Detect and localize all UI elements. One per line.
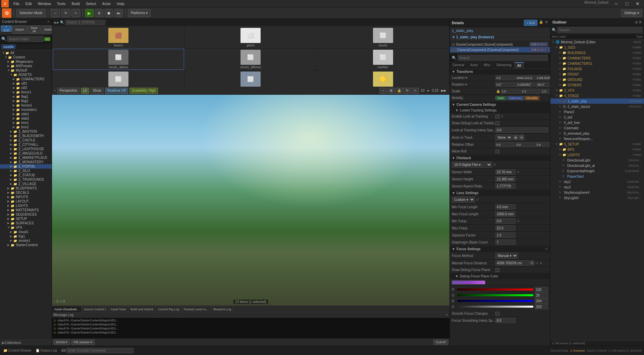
sensor-width-input[interactable]: [495, 169, 516, 175]
msg-log-close[interactable]: ✕: [445, 313, 448, 317]
outliner-item-characters1[interactable]: 👁📁CHARACTERS1Folder: [550, 61, 644, 66]
content-drawer-tab-btn[interactable]: 📁 Content Drawer: [2, 348, 33, 353]
folder-tree-item-slab1[interactable]: ▶📁slab1: [0, 112, 52, 116]
folder-tree-item-flag2[interactable]: ▶📁flag2: [0, 99, 52, 103]
bottom-tab-2[interactable]: Asset Tools: [108, 306, 128, 312]
outliner-item-buildings[interactable]: 👁📁BUILDINGSFolder: [550, 50, 644, 55]
folder-tree-item-tree2[interactable]: ▶📁tree2: [0, 125, 52, 129]
pick-focus-btn[interactable]: ✏: [530, 261, 534, 265]
cb-close-btn[interactable]: ✕: [47, 20, 50, 24]
outliner-item-sky2[interactable]: 👁sky2StaticMe...: [550, 179, 644, 184]
outliner-item-directionallight_al[interactable]: 👁DirectionalLight_alDirectio...: [550, 163, 644, 168]
filmback-header[interactable]: ▼ Filmback: [450, 155, 550, 161]
collections-bar[interactable]: ▶ Collections: [0, 340, 52, 346]
cb-import-btn[interactable]: Import: [12, 26, 27, 34]
mobility-stationary-badge[interactable]: Stationary: [507, 96, 524, 100]
outliner-item-directionallight[interactable]: 👁DirectionalLightDirectio...: [550, 158, 644, 163]
actor-to-track-select[interactable]: None: [495, 134, 512, 140]
skip-btn[interactable]: ⏭: [114, 9, 123, 17]
lookat-reset-btn[interactable]: ↺: [500, 115, 503, 118]
perspective-btn[interactable]: Perspective: [57, 88, 79, 94]
a-input[interactable]: [535, 304, 548, 309]
comp-camera-edit-btn[interactable]: Edit in C++: [530, 48, 548, 52]
folder-tree-item-mspresets[interactable]: ▶📁MSPresets: [0, 64, 52, 68]
folder-tree-item-z_cityhall[interactable]: ▶📁Z_CITYHALL: [0, 142, 52, 147]
mobility-movable-badge[interactable]: Movable: [525, 96, 539, 100]
folder-tree-item-smoke1[interactable]: ▶📁smoke1: [0, 238, 52, 243]
thumbnail-marble1[interactable]: ⬜marble1: [317, 49, 449, 70]
folder-tree-item-z_blacksmith[interactable]: ▶📁Z_BLACKSMITH: [0, 134, 52, 138]
min-focal-input[interactable]: [495, 204, 516, 210]
g-input[interactable]: [535, 293, 548, 298]
r-input[interactable]: [535, 287, 548, 292]
platforms-btn[interactable]: Platforms ▾: [128, 9, 151, 17]
details-lock-btn[interactable]: 🔒: [538, 20, 544, 26]
details-search-input[interactable]: [458, 55, 548, 61]
folder-tree-item-flag1[interactable]: ▶📁flag1: [0, 94, 52, 99]
cb-add-btn[interactable]: + Add: [1, 26, 12, 32]
diaphragm-input[interactable]: [495, 239, 516, 245]
menu-build[interactable]: Build: [69, 1, 83, 6]
squeeze-input[interactable]: [495, 232, 516, 238]
menu-window[interactable]: Window: [35, 1, 54, 6]
bottom-tab-5[interactable]: Packed Level Ac...: [181, 306, 211, 312]
folder-tree-item-megascans[interactable]: ▶📁Megascans: [0, 59, 52, 64]
folder-tree-item-characters[interactable]: ▶📁CHARACTERS: [0, 77, 52, 81]
folder-tree-item-fog1[interactable]: ▶📁fog1: [0, 234, 52, 238]
rot-snap-btn[interactable]: ↻: [404, 88, 411, 94]
outliner-item-cinematic[interactable]: 👁Cinematic: [550, 125, 644, 131]
folder-tree-item-mystuff[interactable]: ▼📁MyStuff: [0, 68, 52, 73]
outliner-item-minimal_default-(editor[interactable]: 👁🌐Minimal_Default (EditorWorld: [550, 39, 644, 45]
min-fstop-reset[interactable]: ↺: [516, 219, 520, 223]
realtime-btn[interactable]: Realtime Off: [105, 88, 128, 94]
rotation-y-input[interactable]: [516, 82, 535, 87]
vp-left-btn[interactable]: ≡: [54, 89, 56, 92]
folder-tree-item-mattepaints[interactable]: ▶📁MATTEPAINTS: [0, 208, 52, 212]
focus-header[interactable]: ▼ Focus Settings ↺: [450, 246, 550, 252]
tab-misc[interactable]: Misc: [481, 62, 494, 69]
translate-btn[interactable]: ↔: [51, 9, 60, 17]
thumbnail-beam1[interactable]: 🟫beam1: [53, 27, 184, 48]
outliner-item-foliage[interactable]: 👁📁FOLIAGEFolder: [550, 66, 644, 72]
translate-icon-btn[interactable]: ↔: [379, 88, 387, 94]
viewport[interactable]: ↑ 0 ↗ 0 13 items (1 selected): [52, 95, 449, 305]
bottom-tab-3[interactable]: Build and Submit: [128, 306, 156, 312]
menu-select[interactable]: Select: [83, 1, 99, 6]
enable-lookat-checkbox[interactable]: [495, 115, 499, 119]
outliner-item-newlevelsequen---[interactable]: 👁NewLevelSequen...: [550, 136, 644, 141]
offset-x-input[interactable]: [495, 142, 515, 147]
details-close-btn[interactable]: ✕: [545, 20, 548, 26]
folder-tree-item-cloud1[interactable]: ▶📁cloud1: [0, 230, 52, 234]
tab-streaming[interactable]: Streaming: [493, 62, 515, 69]
close-btn[interactable]: ✕: [633, 0, 643, 7]
focus-method-select[interactable]: Manual ▾: [495, 253, 518, 259]
outliner-item-plane2[interactable]: 👁Plane2: [550, 109, 644, 115]
pause-btn[interactable]: ⏸: [95, 9, 103, 17]
outliner-item-bps[interactable]: 👁📁BPSFolder: [550, 147, 644, 152]
outliner-item-1_static_play[interactable]: 👁🎥1_static_playCineCam: [550, 98, 644, 104]
outliner-item-1_geo[interactable]: 👁📁1_GEOFolder: [550, 45, 644, 50]
bottom-tab-6[interactable]: Blueprint Log: [211, 306, 233, 312]
outliner-item-playerstart[interactable]: 👁PlayerStart: [550, 174, 644, 179]
outliner-item-sky3[interactable]: 👁sky3StaticMe...: [550, 184, 644, 190]
menu-file[interactable]: File: [11, 1, 22, 6]
max-focal-input[interactable]: [495, 211, 516, 217]
tab-general[interactable]: General: [450, 62, 468, 69]
location-z-input[interactable]: [536, 75, 550, 80]
tab-all[interactable]: All: [515, 62, 524, 69]
transform-header[interactable]: ▼ Transform: [450, 69, 550, 75]
focus-reset-btn[interactable]: ↺: [545, 247, 548, 251]
pie-session-btn[interactable]: PIE session ▾: [71, 340, 95, 345]
comp-camera[interactable]: 🎥 CameraComponent (CameraComponent) Edit…: [450, 47, 550, 52]
folder-tree-item-assets[interactable]: ▼📁ASSETS: [0, 73, 52, 77]
source-control-label[interactable]: Source Control: [587, 349, 607, 352]
outliner-item-2_vfx[interactable]: 👁📁2_VFXFolder: [550, 88, 644, 93]
clear-btn[interactable]: CLEAR: [433, 340, 448, 345]
outliner-options-btn[interactable]: ⚙: [635, 20, 638, 24]
folder-tree-item-house1[interactable]: ▶📁house1: [0, 103, 52, 107]
folder-tree-item-inputs[interactable]: ▶📁INPUTS: [0, 195, 52, 199]
menu-tools[interactable]: Tools: [54, 1, 68, 6]
location-x-input[interactable]: [495, 75, 515, 80]
scale-z-input[interactable]: [541, 89, 550, 94]
draw-focus-checkbox[interactable]: [495, 268, 499, 272]
